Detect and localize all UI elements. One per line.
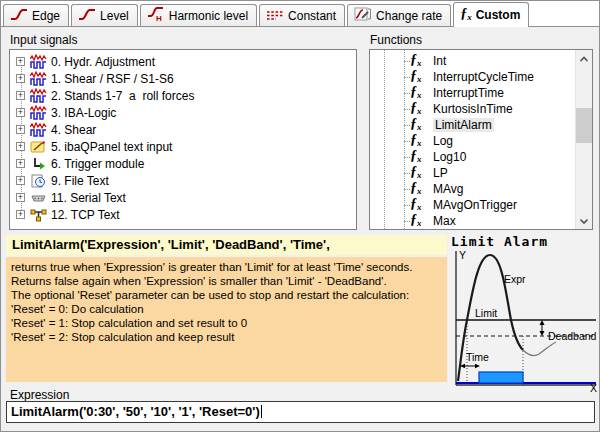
scrollbar-thumb[interactable] [576,108,592,143]
signal-waveform-icon [29,105,47,120]
expand-plus-icon[interactable]: + [16,142,25,151]
file-clock-icon [29,173,47,188]
functions-scrollbar[interactable] [575,50,592,229]
function-item[interactable]: ƒx LP [370,165,575,181]
tcp-connector-icon [29,207,47,222]
fx-icon: ƒx [410,70,428,85]
change-rate-pencil-icon [354,7,372,24]
expand-plus-icon[interactable]: + [16,193,25,202]
expression-input[interactable]: LimitAlarm('0:30', '50', '10', '1', 'Res… [6,401,595,423]
function-item[interactable]: ƒx InterruptCycleTime [370,69,575,85]
level-curve-icon [78,8,96,24]
custom-tab-panel: Input signals Functions + 0. Hydr. Adjus… [1,26,599,431]
functions-label: Functions [370,33,422,47]
functions-tree[interactable]: ƒx Int ƒx InterruptCycleTime ƒx Interrup… [369,49,593,230]
function-item[interactable]: ƒx Max [370,213,575,229]
harmonic-level-icon: H [147,7,165,24]
signal-tree-item[interactable]: + 0. Hydr. Adjustment [10,53,356,70]
deadband-label: Deadband [548,330,597,342]
input-signals-label: Input signals [10,33,77,47]
y-axis-label: Y [459,249,466,261]
function-item[interactable]: ƒx Int [370,53,575,69]
fx-icon: ƒx [410,150,428,165]
signal-tree-item[interactable]: + 4. Shear [10,121,356,138]
tab[interactable]: Edge [3,4,69,26]
constant-dashes-icon [266,8,284,24]
fx-icon: ƒx [410,134,428,149]
function-description: returns true when 'Expression' is greate… [6,257,447,382]
signal-tree-item[interactable]: + 1. Shear / RSF / S1-S6 [10,70,356,87]
signal-tree-item[interactable]: + 5. ibaQPanel text input [10,138,356,155]
expand-plus-icon[interactable]: + [16,74,25,83]
tab[interactable]: ƒx Custom [453,2,529,27]
description-line: 'Reset' = 1: Stop calculation and set re… [11,316,447,330]
description-line: The optional 'Reset' parameter can be us… [11,288,447,302]
fx-icon: ƒx [410,182,428,197]
expand-plus-icon[interactable]: + [16,91,25,100]
time-label: Time [466,351,489,363]
trigger-arrow-icon [29,156,47,171]
fx-icon: ƒx [410,198,428,213]
edge-curve-icon [10,8,28,24]
tab[interactable]: Constant [259,4,345,26]
function-item[interactable]: ƒx KurtosisInTime [370,101,575,117]
expand-plus-icon[interactable]: + [16,159,25,168]
fx-icon: ƒx [410,54,428,69]
custom-function-dialog: Edge Level H Harmonic level Constant Cha… [0,0,600,432]
function-item[interactable]: ƒx Log [370,133,575,149]
tab[interactable]: Level [71,4,138,26]
fx-icon: ƒx [410,166,428,181]
signal-tree-item[interactable]: + 6. Trigger module [10,155,356,172]
note-pencil-icon [29,139,47,154]
text-caret [261,405,262,418]
signal-waveform-icon [29,122,47,137]
signal-waveform-icon [29,71,47,86]
expression-label: Expression [10,388,69,402]
expression-value: LimitAlarm('0:30', '50', '10', '1', 'Res… [11,404,260,419]
signal-tree-item[interactable]: + 3. IBA-Logic [10,104,356,121]
expand-plus-icon[interactable]: + [16,125,25,134]
expand-plus-icon[interactable]: + [16,176,25,185]
fx-icon: ƒx [410,214,428,229]
limit-alarm-diagram: Limit Alarm Y X [448,233,598,393]
description-line: Returns false again when 'Expression' is… [11,274,447,288]
function-item[interactable]: ƒx MAvgOnTrigger [370,197,575,213]
signal-tree-item[interactable]: + 9. File Text [10,172,356,189]
scroll-up-button[interactable] [576,50,592,67]
expand-plus-icon[interactable]: + [16,210,25,219]
description-line: 'Reset' = 0: Do calculation [11,302,447,316]
fx-icon: ƒx [410,118,428,133]
tab[interactable]: Change rate [347,4,451,26]
fx-icon: ƒx [410,102,428,117]
scroll-down-button[interactable] [576,212,592,229]
signal-waveform-icon [29,88,47,103]
alarm-pulse [479,372,523,383]
fx-icon: ƒx [410,86,428,101]
svg-text:H: H [156,14,162,21]
diagram-title: Limit Alarm [448,233,598,249]
limit-label: Limit [475,307,497,319]
description-line: 'Reset' = 2: Stop calculation and keep r… [11,330,447,344]
function-item[interactable]: ƒx Log10 [370,149,575,165]
function-item[interactable]: ƒx LimitAlarm [370,117,575,133]
signal-waveform-icon [29,54,47,69]
expr-label: Expr [504,273,526,285]
signal-tree-item[interactable]: + 11. Serial Text [10,189,356,206]
function-item[interactable]: ƒx InterruptTime [370,85,575,101]
description-line: returns true when 'Expression' is greate… [11,260,447,274]
expand-plus-icon[interactable]: + [16,108,25,117]
signal-tree-item[interactable]: + 12. TCP Text [10,206,356,223]
serial-port-icon [29,190,47,205]
function-item[interactable]: ƒx MAvg [370,181,575,197]
input-signals-tree[interactable]: + 0. Hydr. Adjustment + 1. Shear / RSF /… [9,49,357,230]
limit-alarm-plot: Y X [448,249,598,393]
tab[interactable]: H Harmonic level [140,4,257,26]
signal-tree-item[interactable]: + 2. Stands 1-7 a roll forces [10,87,356,104]
tab-bar: Edge Level H Harmonic level Constant Cha… [3,1,531,26]
fx-icon: ƒx [460,7,472,23]
function-signature: LimitAlarm('Expression', 'Limit', 'DeadB… [6,235,447,255]
expand-plus-icon[interactable]: + [16,57,25,66]
